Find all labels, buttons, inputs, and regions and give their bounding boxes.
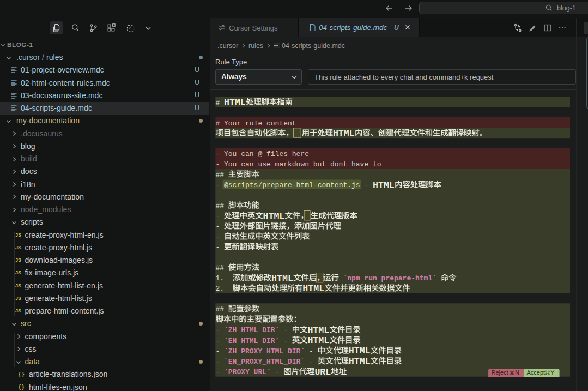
svg-text:##: ## (215, 264, 224, 272)
svg-text:content: content (266, 119, 296, 128)
svg-text:##: ## (215, 171, 224, 179)
svg-text:HTML: HTML (333, 128, 355, 139)
svg-text:You: You (224, 150, 237, 158)
svg-text:prepare-html: prepare-html (381, 274, 433, 282)
svg-text:#: # (215, 119, 220, 128)
svg-text:-: - (215, 358, 220, 366)
svg-text:`: ` (432, 274, 437, 282)
svg-text:-: - (215, 212, 220, 220)
svg-text:@: @ (258, 150, 262, 158)
svg-text:`: ` (224, 337, 228, 345)
svg-text:Accept: Accept (527, 369, 545, 376)
svg-text:`: ` (343, 274, 347, 282)
svg-text:files: files (266, 150, 288, 158)
svg-text:2.: 2. (215, 285, 224, 293)
svg-text:-: - (309, 347, 313, 356)
svg-text:ZH_HTML_DIR: ZH_HTML_DIR (228, 326, 275, 334)
svg-text:here: here (292, 150, 309, 158)
svg-text:markdown: markdown (275, 160, 309, 169)
svg-text:`: ` (300, 358, 305, 366)
svg-text:-: - (215, 337, 220, 345)
svg-text:-: - (215, 160, 220, 169)
svg-text:-: - (215, 347, 220, 356)
svg-text:`: ` (224, 347, 228, 356)
svg-text:EN_PROXY_HTML_DIR: EN_PROXY_HTML_DIR (228, 358, 301, 366)
svg-text:`: ` (275, 337, 280, 345)
svg-text:##: ## (215, 202, 224, 210)
svg-text:-: - (283, 326, 288, 334)
svg-text:HTML: HTML (373, 180, 395, 190)
svg-text:ZH_PROXY_HTML_DIR: ZH_PROXY_HTML_DIR (228, 347, 301, 356)
svg-text:can: can (241, 160, 253, 169)
svg-text:-: - (215, 368, 220, 376)
svg-text:`: ` (275, 326, 280, 334)
svg-text:You: You (224, 160, 237, 169)
svg-text:-: - (364, 181, 368, 189)
svg-text:-: - (215, 326, 220, 334)
svg-text:-: - (215, 243, 220, 251)
svg-text:-: - (309, 358, 313, 366)
svg-text:run: run (364, 274, 377, 282)
svg-text:-: - (283, 337, 288, 345)
svg-text:HTML: HTML (224, 97, 246, 107)
svg-text:#: # (215, 99, 220, 107)
svg-text:-: - (275, 368, 280, 376)
svg-text:HTML: HTML (302, 284, 324, 294)
svg-text:Y: Y (550, 369, 555, 376)
svg-text:-: - (215, 150, 220, 158)
svg-text:have: have (351, 160, 368, 169)
svg-text:##: ## (215, 305, 224, 314)
svg-text:EN_HTML_DIR: EN_HTML_DIR (228, 337, 275, 345)
svg-text:can: can (241, 150, 253, 158)
svg-text:to: to (373, 160, 381, 169)
svg-text:Your: Your (224, 119, 241, 128)
svg-text:-: - (215, 181, 220, 189)
svg-text:but: but (313, 160, 326, 169)
svg-text:HTML: HTML (349, 346, 371, 356)
svg-text:HTML: HTML (271, 273, 293, 284)
svg-text:PROXY_URL: PROXY_URL (228, 368, 266, 376)
svg-text:1.: 1. (215, 274, 224, 282)
svg-text:@scripts/prepare-html-content.: @scripts/prepare-html-content.js (224, 181, 360, 189)
svg-text:rule: rule (245, 119, 262, 128)
svg-text:HTML: HTML (307, 325, 329, 335)
svg-text:Reject: Reject (492, 369, 508, 376)
svg-text:URL: URL (314, 367, 331, 377)
svg-text:use: use (258, 160, 270, 169)
svg-text:`: ` (224, 326, 228, 334)
svg-text:dont: dont (330, 160, 347, 169)
svg-text:N: N (515, 369, 519, 376)
svg-text:-: - (215, 233, 220, 241)
svg-text:`: ` (266, 368, 271, 376)
svg-text:HTML: HTML (349, 356, 371, 366)
svg-text:HTML: HTML (263, 211, 285, 221)
svg-text:`: ` (224, 358, 228, 366)
svg-text:HTML: HTML (307, 335, 329, 346)
svg-text:npm: npm (347, 274, 360, 282)
svg-text:-: - (215, 222, 220, 231)
svg-text:`: ` (224, 368, 228, 376)
svg-text:`: ` (300, 347, 305, 356)
